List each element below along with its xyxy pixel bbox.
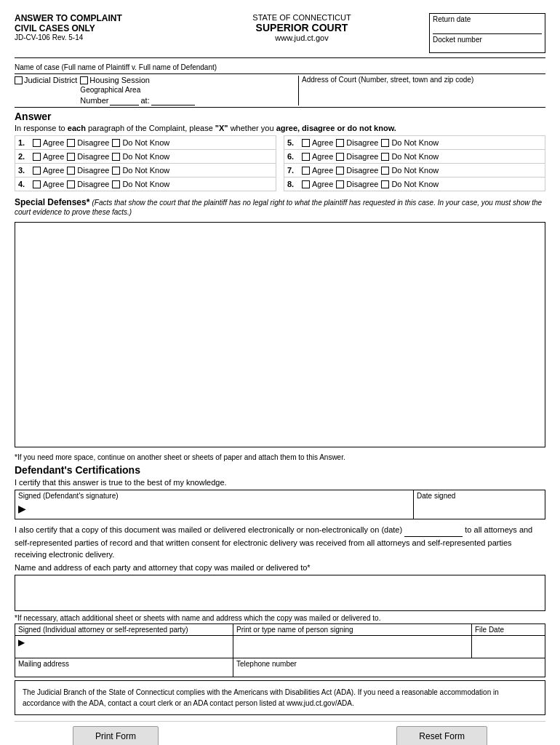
donotknow-option-4[interactable]: Do Not Know: [112, 180, 169, 188]
donotknow-checkbox-6[interactable]: [381, 153, 389, 161]
disagree-checkbox-2[interactable]: [67, 153, 75, 161]
print-name-col-header: Print or type name of person signing: [233, 624, 472, 635]
disagree-checkbox-8[interactable]: [336, 180, 344, 188]
agree-checkbox-3[interactable]: [33, 167, 41, 175]
disagree-option-1[interactable]: Disagree: [67, 138, 109, 147]
disagree-label-6: Disagree: [346, 152, 378, 161]
disagree-label-3: Disagree: [77, 166, 109, 175]
agree-checkbox-8[interactable]: [302, 180, 310, 188]
agree-option-4[interactable]: Agree: [33, 180, 64, 188]
disagree-option-3[interactable]: Disagree: [67, 166, 109, 175]
button-row: Print Form Reset Form: [15, 721, 545, 746]
agree-option-5[interactable]: Agree: [302, 138, 333, 147]
number-field[interactable]: [110, 95, 139, 105]
bottom-print-name-field[interactable]: [233, 636, 472, 658]
print-button[interactable]: Print Form: [73, 726, 159, 746]
agree-option-8[interactable]: Agree: [302, 180, 333, 188]
disagree-option-6[interactable]: Disagree: [336, 152, 378, 161]
disagree-checkbox-6[interactable]: [336, 153, 344, 161]
disagree-checkbox-4[interactable]: [67, 180, 75, 188]
agree-checkbox-7[interactable]: [302, 167, 310, 175]
donotknow-option-1[interactable]: Do Not Know: [112, 138, 169, 147]
donotknow-checkbox-4[interactable]: [112, 180, 120, 188]
cert-date-line[interactable]: [404, 524, 463, 537]
complaint-col-right: 5. Agree Disagree Do Not Know 6.: [284, 135, 545, 191]
complaint-row-6: 6. Agree Disagree Do Not Know: [284, 150, 545, 164]
judicial-district-checkbox[interactable]: Judicial District: [15, 76, 77, 84]
disagree-label-8: Disagree: [346, 180, 378, 188]
special-defenses-note: (Facts that show the court that the plai…: [15, 199, 542, 216]
disagree-option-8[interactable]: Disagree: [336, 180, 378, 188]
instruction-whether: whether you: [228, 124, 276, 132]
donotknow-label-5: Do Not Know: [391, 138, 439, 147]
housing-session-box[interactable]: [80, 76, 88, 84]
row-num-5: 5.: [287, 138, 299, 147]
geo-col: Geographical Area Number at:: [80, 86, 194, 105]
donotknow-option-3[interactable]: Do Not Know: [112, 166, 169, 175]
court-info-row: Judicial District Housing Session Geogra…: [15, 74, 545, 108]
agree-option-2[interactable]: Agree: [33, 152, 64, 161]
instruction-text: In response to each paragraph of the Com…: [15, 124, 545, 132]
bottom-note: *If necessary, attach additional sheet o…: [15, 614, 545, 622]
disagree-checkbox-3[interactable]: [67, 167, 75, 175]
return-date-label: Return date: [433, 15, 542, 34]
docket-number-label: Docket number: [433, 36, 542, 51]
disagree-option-4[interactable]: Disagree: [67, 180, 109, 188]
donotknow-option-6[interactable]: Do Not Know: [381, 152, 439, 161]
disagree-option-7[interactable]: Disagree: [336, 166, 378, 175]
header: ANSWER TO COMPLAINT CIVIL CASES ONLY JD-…: [15, 13, 545, 58]
bottom-grid-header: Signed (Individual attorney or self-repr…: [15, 624, 545, 636]
complaint-row-3: 3. Agree Disagree Do Not Know: [15, 164, 276, 178]
agree-checkbox-6[interactable]: [302, 153, 310, 161]
court-info-left: Judicial District Housing Session Geogra…: [15, 76, 298, 105]
disagree-checkbox-7[interactable]: [336, 167, 344, 175]
row-num-7: 7.: [287, 166, 299, 175]
agree-option-1[interactable]: Agree: [33, 138, 64, 147]
donotknow-checkbox-1[interactable]: [112, 139, 120, 147]
donotknow-option-7[interactable]: Do Not Know: [381, 166, 439, 175]
donotknow-checkbox-8[interactable]: [381, 180, 389, 188]
header-left: ANSWER TO COMPLAINT CIVIL CASES ONLY JD-…: [15, 13, 175, 41]
agree-option-7[interactable]: Agree: [302, 166, 333, 175]
at-field[interactable]: [151, 95, 195, 105]
row-num-8: 8.: [287, 180, 299, 188]
mailing-box[interactable]: [15, 575, 545, 611]
donotknow-option-2[interactable]: Do Not Know: [112, 152, 169, 161]
complaint-row-5: 5. Agree Disagree Do Not Know: [284, 135, 545, 150]
agree-label-7: Agree: [312, 166, 333, 175]
judicial-district-box[interactable]: [15, 76, 23, 84]
special-defenses-box[interactable]: [15, 222, 545, 447]
disagree-checkbox-1[interactable]: [67, 139, 75, 147]
complaint-row-2: 2. Agree Disagree Do Not Know: [15, 150, 276, 164]
instruction-x: "X": [215, 124, 228, 132]
court-info-right: Address of Court (Number, street, town a…: [298, 76, 545, 105]
also-cert: I also certify that a copy of this docum…: [15, 524, 545, 561]
agree-checkbox-4[interactable]: [33, 180, 41, 188]
bottom-file-date-field[interactable]: [472, 636, 545, 658]
disagree-option-5[interactable]: Disagree: [336, 138, 378, 147]
signed-label: Signed (Defendant's signature): [15, 490, 414, 501]
agree-option-3[interactable]: Agree: [33, 166, 64, 175]
agree-checkbox-5[interactable]: [302, 139, 310, 147]
footer-note: *If you need more space, continue on ano…: [15, 453, 545, 461]
date-signed-field[interactable]: [414, 501, 545, 519]
donotknow-option-5[interactable]: Do Not Know: [381, 138, 439, 147]
donotknow-checkbox-5[interactable]: [381, 139, 389, 147]
reset-button[interactable]: Reset Form: [396, 726, 487, 746]
number-label: Number: [80, 96, 108, 105]
disagree-option-2[interactable]: Disagree: [67, 152, 109, 161]
agree-checkbox-2[interactable]: [33, 153, 41, 161]
agree-checkbox-1[interactable]: [33, 139, 41, 147]
donotknow-checkbox-3[interactable]: [112, 167, 120, 175]
row-num-3: 3.: [18, 166, 30, 175]
donotknow-checkbox-2[interactable]: [112, 153, 120, 161]
geo-fields: Number at:: [80, 95, 194, 105]
housing-session-checkbox[interactable]: Housing Session: [80, 76, 150, 84]
donotknow-label-7: Do Not Know: [391, 166, 439, 175]
donotknow-checkbox-7[interactable]: [381, 167, 389, 175]
disagree-label-2: Disagree: [77, 152, 109, 161]
donotknow-option-8[interactable]: Do Not Know: [381, 180, 439, 188]
sig-content: ▶: [15, 501, 545, 519]
disagree-checkbox-5[interactable]: [336, 139, 344, 147]
agree-option-6[interactable]: Agree: [302, 152, 333, 161]
